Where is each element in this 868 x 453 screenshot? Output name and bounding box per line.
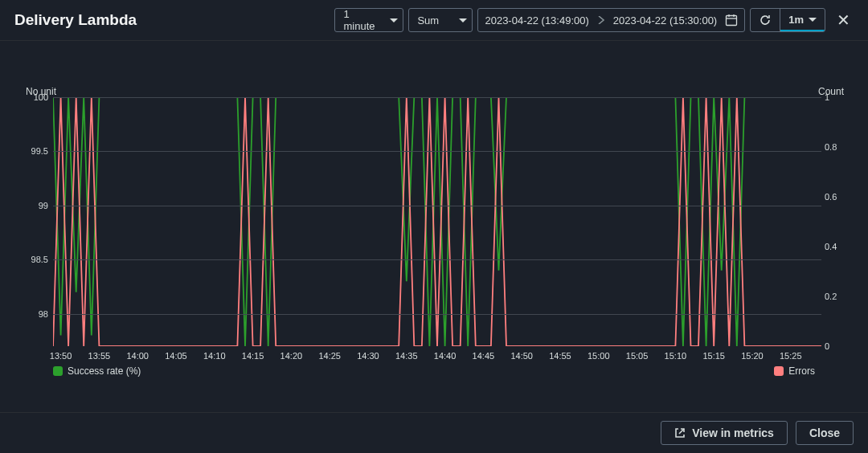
calendar-icon xyxy=(725,14,738,27)
ytick-right: 1 xyxy=(825,92,844,102)
time-start: 2023-04-22 (13:49:00) xyxy=(485,14,588,27)
chart-panel: No unit Count 10099.59998.59810.80.60.40… xyxy=(0,41,868,386)
xtick: 14:50 xyxy=(510,351,533,361)
xtick: 13:55 xyxy=(88,351,111,361)
refresh-button[interactable] xyxy=(751,9,780,31)
gridline xyxy=(53,97,821,98)
gridline xyxy=(53,314,821,315)
time-end: 2023-04-22 (15:30:00) xyxy=(613,14,717,27)
close-footer-label: Close xyxy=(809,426,840,439)
xtick: 14:40 xyxy=(434,351,457,361)
ytick-left: 99.5 xyxy=(24,146,48,156)
legend-success-label: Success rate (%) xyxy=(68,365,141,377)
legend: Success rate (%) Errors xyxy=(53,365,815,377)
ytick-right: 0.2 xyxy=(825,292,844,301)
ytick-right: 0.8 xyxy=(825,142,844,152)
xtick: 14:00 xyxy=(126,351,149,361)
svg-line-4 xyxy=(679,429,684,434)
legend-errors[interactable]: Errors xyxy=(774,365,815,377)
aggregation-select[interactable]: Sum xyxy=(408,8,473,32)
header-controls: 1 minute Sum 2023-04-22 (13:49:00) 2023-… xyxy=(334,8,854,32)
time-range-picker[interactable]: 2023-04-22 (13:49:00) 2023-04-22 (15:30:… xyxy=(477,8,745,32)
chart-plot[interactable]: 10099.59998.59810.80.60.40.2013:5013:551… xyxy=(53,97,821,346)
xtick: 15:10 xyxy=(665,351,687,361)
ytick-left: 99 xyxy=(24,201,48,210)
chevron-down-icon xyxy=(809,18,817,22)
xtick: 15:00 xyxy=(588,351,610,361)
chevron-right-icon xyxy=(597,14,605,27)
chevron-down-icon xyxy=(390,18,398,22)
refresh-interval-select[interactable]: 1m xyxy=(780,9,825,31)
close-footer-button[interactable]: Close xyxy=(796,421,854,445)
header: Delivery Lambda 1 minute Sum 2023-04-22 … xyxy=(0,0,868,41)
xtick: 14:35 xyxy=(395,351,418,361)
ytick-right: 0 xyxy=(825,341,844,351)
refresh-control: 1m xyxy=(750,8,825,32)
series-success-line xyxy=(53,97,821,346)
legend-success[interactable]: Success rate (%) xyxy=(53,365,141,377)
xtick: 15:15 xyxy=(702,351,725,361)
series-errors-line xyxy=(53,97,821,346)
external-link-icon xyxy=(674,427,686,439)
xtick: 14:10 xyxy=(203,351,226,361)
chevron-down-icon xyxy=(459,18,467,22)
xtick: 15:25 xyxy=(780,351,802,361)
legend-swatch-errors xyxy=(774,366,784,376)
legend-swatch-success xyxy=(53,366,63,376)
close-button[interactable]: ✕ xyxy=(833,10,854,30)
xtick: 15:20 xyxy=(741,351,764,361)
view-in-metrics-label: View in metrics xyxy=(692,426,774,439)
period-value: 1 minute xyxy=(343,8,382,32)
gridline xyxy=(53,206,821,206)
refresh-interval-value: 1m xyxy=(788,14,804,26)
ytick-right: 0.4 xyxy=(825,242,844,251)
xtick: 14:25 xyxy=(318,351,341,361)
aggregation-value: Sum xyxy=(417,14,439,27)
view-in-metrics-button[interactable]: View in metrics xyxy=(661,421,788,445)
xtick: 14:20 xyxy=(280,351,303,361)
xtick: 14:45 xyxy=(473,351,495,361)
xtick: 14:55 xyxy=(549,351,571,361)
svg-rect-0 xyxy=(727,16,737,26)
footer: View in metrics Close xyxy=(0,412,868,453)
xtick: 14:05 xyxy=(165,351,187,361)
xtick: 14:15 xyxy=(242,351,264,361)
ytick-right: 0.6 xyxy=(825,192,844,202)
xtick: 14:30 xyxy=(357,351,379,361)
ytick-left: 100 xyxy=(24,92,48,102)
gridline xyxy=(53,151,821,152)
period-select[interactable]: 1 minute xyxy=(334,8,403,32)
page-title: Delivery Lambda xyxy=(14,11,137,29)
ytick-left: 98.5 xyxy=(24,255,48,264)
ytick-left: 98 xyxy=(24,309,48,319)
legend-errors-label: Errors xyxy=(788,365,815,377)
gridline xyxy=(53,259,821,260)
xtick: 13:50 xyxy=(50,351,72,361)
xtick: 15:05 xyxy=(626,351,649,361)
